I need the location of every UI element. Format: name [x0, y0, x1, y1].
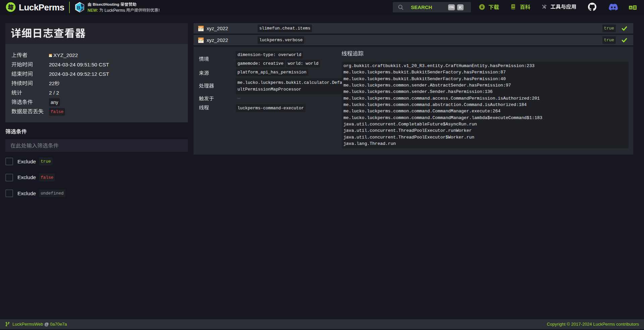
svg-text:B: B: [77, 5, 80, 10]
svg-text:H: H: [80, 6, 84, 10]
svg-text:A: A: [630, 6, 632, 9]
